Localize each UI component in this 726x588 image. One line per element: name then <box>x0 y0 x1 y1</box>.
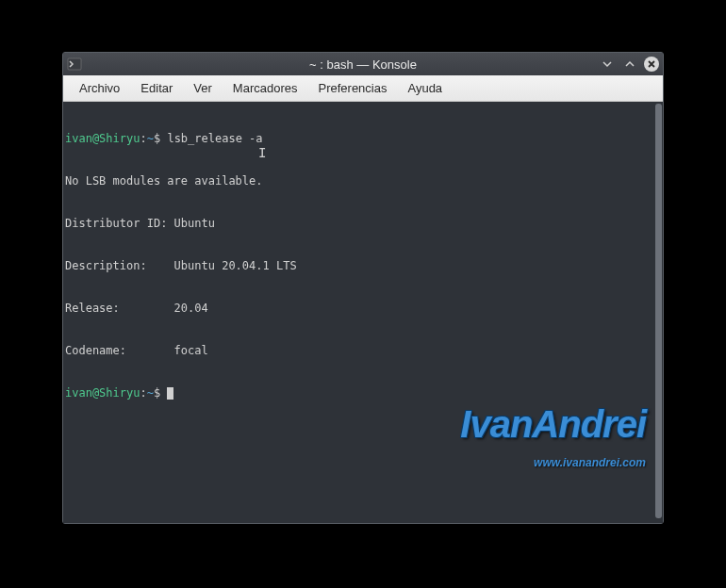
prompt-path: ~ <box>147 132 154 145</box>
scrollbar[interactable] <box>655 104 662 518</box>
terminal-content[interactable]: ivan@Shiryu:~$ lsb_release -a No LSB mod… <box>63 102 663 523</box>
titlebar[interactable]: ~ : bash — Konsole <box>63 53 663 75</box>
menu-preferencias[interactable]: Preferencias <box>307 77 397 99</box>
terminal-prompt-icon <box>65 55 84 74</box>
output-line-4: Release: 20.04 <box>65 302 661 316</box>
watermark: IvanAndrei www.ivanandrei.com <box>460 389 646 498</box>
menu-marcadores[interactable]: Marcadores <box>223 77 308 99</box>
menu-ayuda[interactable]: Ayuda <box>397 77 453 99</box>
maximize-button[interactable] <box>621 56 638 73</box>
text-cursor-icon: I <box>258 147 266 158</box>
terminal-line-1: ivan@Shiryu:~$ lsb_release -a <box>65 132 661 146</box>
svg-rect-0 <box>68 58 81 70</box>
prompt-user: ivan@Shiryu <box>65 132 140 145</box>
menu-editar[interactable]: Editar <box>130 77 183 99</box>
output-line-1: No LSB modules are available. <box>65 174 661 188</box>
prompt-user-2: ivan@Shiryu <box>65 386 140 400</box>
minimize-button[interactable] <box>599 56 616 73</box>
prompt-path-2: ~ <box>147 386 154 400</box>
command-text: lsb_release -a <box>167 132 262 145</box>
menubar: Archivo Editar Ver Marcadores Preferenci… <box>63 75 663 102</box>
konsole-window: ~ : bash — Konsole Archivo Editar Ver <box>62 52 664 524</box>
output-line-2: Distributor ID: Ubuntu <box>65 217 661 231</box>
terminal-cursor <box>167 387 173 400</box>
window-controls <box>599 56 663 73</box>
menu-ver[interactable]: Ver <box>183 77 223 99</box>
watermark-url: www.ivanandrei.com <box>460 456 646 470</box>
output-line-5: Codename: focal <box>65 344 661 358</box>
menu-archivo[interactable]: Archivo <box>69 77 130 99</box>
watermark-name: IvanAndrei <box>460 417 646 432</box>
output-line-3: Description: Ubuntu 20.04.1 LTS <box>65 259 661 273</box>
window-title: ~ : bash — Konsole <box>309 57 417 72</box>
close-button[interactable] <box>644 57 659 72</box>
terminal-line-prompt: ivan@Shiryu:~$ <box>65 386 661 400</box>
